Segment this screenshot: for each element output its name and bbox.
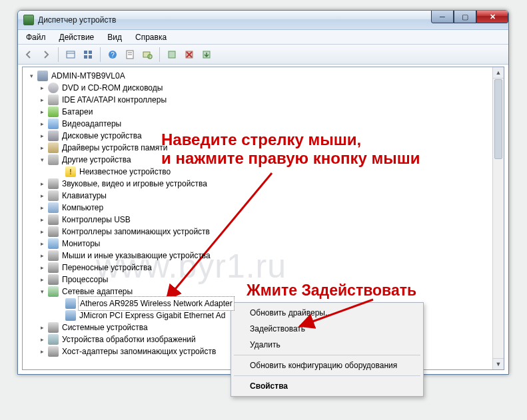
usb-icon xyxy=(48,214,59,225)
expander-icon[interactable] xyxy=(39,276,46,284)
help-button[interactable]: ? xyxy=(105,47,121,63)
imaging-device-icon xyxy=(48,334,59,345)
expander-icon[interactable] xyxy=(39,144,46,152)
network-adapter-icon xyxy=(48,286,59,297)
mouse-icon xyxy=(48,250,59,261)
minimize-button[interactable]: ─ xyxy=(431,10,454,23)
cat-ide[interactable]: IDE ATA/ATAPI контроллеры xyxy=(61,93,168,106)
cat-cpu[interactable]: Процессоры xyxy=(61,273,110,286)
cat-keyboard[interactable]: Клавиатуры xyxy=(61,189,108,202)
sound-icon xyxy=(48,178,59,189)
expander-icon[interactable] xyxy=(39,336,46,343)
view-list-button[interactable] xyxy=(63,47,79,63)
uninstall-button[interactable] xyxy=(181,47,197,63)
expander-icon[interactable] xyxy=(39,85,46,92)
expander-icon[interactable] xyxy=(39,324,46,331)
expander-icon[interactable] xyxy=(39,216,46,224)
display-adapter-icon xyxy=(48,118,59,129)
back-button[interactable] xyxy=(21,47,37,63)
ctx-scan-hardware[interactable]: Обновить конфигурацию оборудования xyxy=(233,357,422,373)
maximize-button[interactable]: ▢ xyxy=(454,10,476,23)
cat-memdrv[interactable]: Драйверы устройств памяти xyxy=(61,141,169,154)
system-device-icon xyxy=(48,322,59,333)
menu-action[interactable]: Действие xyxy=(53,31,101,43)
svg-rect-3 xyxy=(89,51,92,54)
warning-icon xyxy=(65,166,76,177)
other-devices-icon xyxy=(48,154,59,165)
svg-rect-2 xyxy=(84,51,87,54)
computer-icon xyxy=(37,71,48,81)
ctx-properties[interactable]: Свойства xyxy=(233,378,422,394)
menubar: Файл Действие Вид Справка xyxy=(18,30,508,45)
cat-disks[interactable]: Дисковые устройства xyxy=(61,129,143,142)
expander-icon[interactable] xyxy=(39,240,46,248)
processor-icon xyxy=(48,274,59,285)
cat-system[interactable]: Системные устройства xyxy=(61,321,149,334)
cat-usb[interactable]: Контроллеры USB xyxy=(61,213,132,226)
portable-device-icon xyxy=(48,262,59,273)
properties-button[interactable] xyxy=(122,47,138,63)
battery-icon xyxy=(48,106,59,117)
nic-icon xyxy=(65,310,76,321)
window-title: Диспетчер устройств xyxy=(38,15,116,25)
enable-button[interactable] xyxy=(164,47,180,63)
tree-pane: www.byr1.ru ADMIN-MT9B9VL0A DVD и CD-ROM… xyxy=(22,67,504,370)
menu-view[interactable]: Вид xyxy=(101,31,129,43)
svg-rect-0 xyxy=(67,51,75,58)
svg-rect-5 xyxy=(89,55,92,59)
cat-other[interactable]: Другие устройства xyxy=(61,153,133,166)
cat-host[interactable]: Хост-адаптеры запоминающих устройств xyxy=(61,345,217,358)
keyboard-icon xyxy=(48,190,59,201)
toolbar: ? xyxy=(18,45,508,65)
scan-button[interactable] xyxy=(139,47,155,63)
expander-icon[interactable] xyxy=(39,192,46,200)
expander-icon[interactable] xyxy=(39,156,46,164)
scroll-down-button[interactable]: ▼ xyxy=(493,358,504,369)
monitor-icon xyxy=(48,238,59,249)
expander-icon[interactable] xyxy=(39,132,46,140)
expander-icon[interactable] xyxy=(39,204,46,212)
dev-jmicron[interactable]: JMicron PCI Express Gigabit Ethernet Ad xyxy=(78,309,227,322)
cat-monitors[interactable]: Мониторы xyxy=(61,237,101,250)
close-button[interactable]: ✕ xyxy=(476,10,508,23)
cat-imaging[interactable]: Устройства обработки изображений xyxy=(61,333,197,346)
cat-portable[interactable]: Переносные устройства xyxy=(61,261,153,274)
menu-file[interactable]: Файл xyxy=(19,31,53,43)
app-icon xyxy=(23,15,34,25)
tree-root[interactable]: ADMIN-MT9B9VL0A xyxy=(50,69,127,83)
cat-storage[interactable]: Контроллеры запоминающих устройств xyxy=(61,225,211,238)
device-manager-window: Диспетчер устройств ─ ▢ ✕ Файл Действие … xyxy=(17,10,509,375)
storage-controller-icon xyxy=(48,226,59,237)
expander-icon[interactable] xyxy=(39,348,46,355)
svg-text:?: ? xyxy=(111,51,115,59)
cat-mice[interactable]: Мыши и иные указывающие устройства xyxy=(61,249,212,262)
update-driver-button[interactable] xyxy=(199,47,215,63)
view-grid-button[interactable] xyxy=(80,47,96,63)
svg-rect-4 xyxy=(84,55,87,59)
expander-icon[interactable] xyxy=(39,97,46,104)
expander-icon[interactable] xyxy=(39,288,46,296)
expander-icon[interactable] xyxy=(28,73,35,80)
expander-icon[interactable] xyxy=(39,264,46,272)
expander-icon[interactable] xyxy=(39,180,46,188)
host-adapter-icon xyxy=(48,346,59,357)
memory-icon xyxy=(48,142,59,153)
device-tree[interactable]: ADMIN-MT9B9VL0A DVD и CD-ROM дисководы I… xyxy=(23,67,504,357)
forward-button[interactable] xyxy=(38,47,54,63)
expander-icon[interactable] xyxy=(39,252,46,260)
disk-icon xyxy=(48,130,59,141)
expander-icon[interactable] xyxy=(39,120,46,128)
nic-icon xyxy=(65,298,76,309)
svg-rect-13 xyxy=(169,51,175,58)
expander-icon[interactable] xyxy=(39,108,46,116)
cat-dvd[interactable]: DVD и CD-ROM дисководы xyxy=(61,81,164,95)
dvd-icon xyxy=(48,83,59,93)
cat-computer[interactable]: Компьютер xyxy=(61,201,105,214)
cat-sound[interactable]: Звуковые, видео и игровые устройства xyxy=(61,177,209,190)
menu-help[interactable]: Справка xyxy=(129,31,173,43)
cat-video[interactable]: Видеоадаптеры xyxy=(61,117,123,130)
titlebar[interactable]: Диспетчер устройств ─ ▢ ✕ xyxy=(18,11,508,30)
expander-icon[interactable] xyxy=(39,228,46,236)
cat-battery[interactable]: Батареи xyxy=(61,105,94,118)
dev-unknown[interactable]: Неизвестное устройство xyxy=(78,165,172,178)
